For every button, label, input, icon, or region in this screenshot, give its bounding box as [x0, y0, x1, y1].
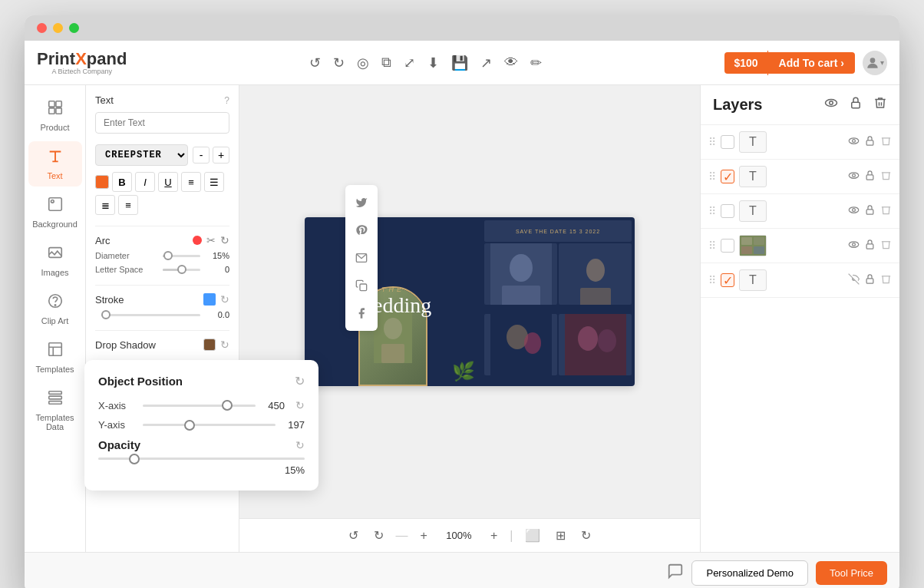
layer-lock-2[interactable]: [864, 170, 876, 183]
layers-visibility-icon[interactable]: [824, 96, 838, 114]
svg-point-9: [54, 305, 55, 306]
layer-check-3[interactable]: [721, 204, 734, 218]
layer-drag-3[interactable]: ⠿: [708, 205, 716, 217]
layer-visibility-1[interactable]: [848, 135, 860, 149]
layer-delete-2[interactable]: [880, 170, 892, 183]
layer-check-1[interactable]: [721, 135, 734, 149]
opacity-slider[interactable]: [98, 458, 305, 460]
stroke-track[interactable]: [101, 314, 200, 316]
fullscreen-icon[interactable]: ⤢: [404, 55, 415, 71]
sidebar-item-templates-data[interactable]: Templates Data: [28, 383, 82, 438]
font-size-minus[interactable]: -: [193, 147, 210, 164]
color-swatch[interactable]: [95, 175, 109, 189]
preview-icon[interactable]: 👁: [504, 55, 518, 71]
share-icon[interactable]: ↗: [480, 55, 492, 71]
twitter-share-btn[interactable]: [350, 191, 373, 214]
minimize-dot[interactable]: [53, 23, 63, 33]
layer-drag-2[interactable]: ⠿: [708, 170, 716, 183]
pinterest-share-btn[interactable]: [350, 219, 373, 242]
layers-delete-icon[interactable]: [873, 96, 887, 114]
stroke-refresh-icon[interactable]: ↻: [220, 293, 229, 306]
diameter-track[interactable]: [163, 255, 200, 257]
personalized-demo-button[interactable]: Personalized Demo: [691, 560, 807, 586]
chat-icon[interactable]: [667, 563, 684, 583]
settings-icon[interactable]: ✏: [530, 55, 542, 71]
layer-delete-4[interactable]: [880, 239, 892, 253]
sidebar-item-product[interactable]: Product: [28, 93, 82, 138]
canvas-bottom-toolbar: ↺ ↻ — + 100% + | ⬜ ⊞ ↻: [239, 518, 700, 552]
layer-visibility-3[interactable]: [848, 204, 860, 218]
user-avatar[interactable]: ▾: [863, 51, 887, 75]
layer-visibility-5[interactable]: [848, 273, 860, 287]
layer-visibility-4[interactable]: [848, 239, 860, 253]
canvas-fit-btn[interactable]: ⬜: [522, 525, 543, 546]
layer-lock-4[interactable]: [864, 239, 876, 253]
layer-check-2[interactable]: ✓: [721, 170, 734, 183]
arc-scissors-icon[interactable]: ✂: [206, 234, 216, 246]
canvas-rotate-btn[interactable]: ↻: [578, 525, 594, 546]
arc-refresh-icon[interactable]: ↻: [220, 234, 229, 246]
layer-delete-1[interactable]: [880, 135, 892, 149]
y-axis-slider[interactable]: [143, 424, 276, 426]
svg-rect-39: [866, 175, 873, 180]
sidebar-item-background[interactable]: Background: [28, 190, 82, 235]
layers-lock-icon[interactable]: [849, 96, 863, 114]
close-dot[interactable]: [37, 23, 47, 33]
opacity-refresh-icon[interactable]: ↻: [295, 439, 305, 451]
shadow-color-swatch[interactable]: [203, 339, 216, 351]
x-axis-slider[interactable]: [143, 405, 256, 407]
stroke-color-swatch[interactable]: [203, 293, 216, 306]
duplicate-icon[interactable]: ⧉: [381, 55, 391, 71]
layer-lock-5[interactable]: [864, 273, 876, 287]
letter-space-track[interactable]: [163, 269, 200, 271]
sidebar-item-clipart[interactable]: Clip Art: [28, 286, 82, 332]
x-axis-refresh-icon[interactable]: ↻: [295, 399, 305, 411]
text-input[interactable]: [95, 112, 229, 134]
canvas-undo-btn[interactable]: ↺: [345, 525, 361, 546]
layer-drag-5[interactable]: ⠿: [708, 274, 716, 286]
font-size-plus[interactable]: +: [213, 147, 229, 164]
layer-visibility-2[interactable]: [848, 170, 860, 183]
object-position-refresh-icon[interactable]: ↻: [295, 374, 305, 388]
layer-drag-4[interactable]: ⠿: [708, 239, 716, 252]
sidebar-item-text[interactable]: Text: [28, 141, 82, 187]
facebook-share-btn[interactable]: [350, 302, 373, 325]
layer-delete-3[interactable]: [880, 204, 892, 218]
layer-lock-1[interactable]: [864, 135, 876, 149]
align-center-btn[interactable]: ☰: [204, 172, 224, 192]
layer-thumb-text-icon-3: T: [749, 204, 757, 218]
copy-share-btn[interactable]: [350, 274, 373, 297]
redo-icon[interactable]: ↻: [333, 55, 345, 71]
download-icon[interactable]: ⬇: [427, 55, 439, 71]
layer-row: ⠿: [701, 229, 899, 263]
canvas-grid-btn[interactable]: ⊞: [553, 525, 569, 546]
sidebar-item-templates[interactable]: Templates: [28, 335, 82, 380]
undo-icon[interactable]: ↺: [309, 55, 321, 71]
layer-lock-3[interactable]: [864, 204, 876, 218]
bold-btn[interactable]: B: [112, 172, 132, 192]
layers-icon[interactable]: ◎: [357, 55, 369, 71]
zoom-out-btn[interactable]: +: [417, 526, 431, 546]
font-select[interactable]: CREEPSTER: [95, 144, 188, 166]
justify-btn[interactable]: ≡: [118, 195, 138, 215]
canvas-redo-btn[interactable]: ↻: [371, 525, 387, 546]
layer-check-5[interactable]: ✓: [721, 273, 734, 287]
save-icon[interactable]: 💾: [451, 55, 468, 71]
text-section: Text ?: [95, 94, 229, 134]
zoom-in-btn[interactable]: +: [487, 526, 500, 546]
shadow-refresh-icon[interactable]: ↻: [220, 339, 229, 351]
email-share-btn[interactable]: [350, 246, 373, 269]
underline-btn[interactable]: U: [158, 172, 178, 192]
add-to-cart-button[interactable]: Add To cart ›: [768, 52, 855, 74]
layer-drag-1[interactable]: ⠿: [708, 136, 716, 148]
layer-delete-5[interactable]: [880, 273, 892, 287]
maximize-dot[interactable]: [69, 23, 79, 33]
sidebar-item-images[interactable]: Images: [28, 238, 82, 283]
align-left-btn[interactable]: ≡: [181, 172, 201, 192]
italic-btn[interactable]: I: [135, 172, 155, 192]
tool-price-button[interactable]: Tool Price: [816, 561, 887, 585]
arc-color-dot[interactable]: [193, 236, 202, 245]
align-right-btn[interactable]: ≣: [95, 195, 115, 215]
help-icon[interactable]: ?: [224, 95, 229, 106]
layer-check-4[interactable]: [721, 239, 734, 253]
